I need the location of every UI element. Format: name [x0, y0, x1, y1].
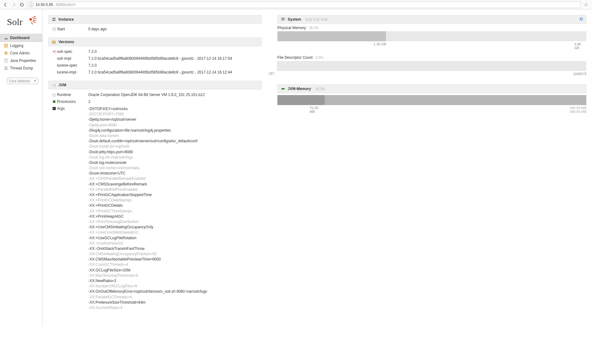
jvm-arg: -XX:+UseConcMarkSweepGC: [88, 230, 259, 235]
address-bar[interactable]: i 10.50.0.85:8080/solr/#/: [27, 1, 581, 8]
url-host: 10.50.0.85: [35, 3, 53, 7]
sidebar-item-thread-dump[interactable]: Thread Dump: [0, 64, 42, 72]
sidebar-item-java-properties[interactable]: Java Properties: [0, 57, 42, 64]
jvm-arg: -XX:PretenureSizeThreshold=64m: [88, 300, 259, 305]
version-value: 7.2.0 bca54cad5a9f6a80800944fd5bd585b68a…: [88, 56, 259, 61]
jvm-arg: -XX:SurvivorRatio=4: [88, 305, 259, 310]
version-value: 7.2.0 bca54cad5a9f6a80800944fd5bd585b68a…: [88, 70, 259, 74]
panel-versions-head: Versions: [48, 38, 262, 46]
jvm-arg: -XX:MaxTenuringThreshold=8: [88, 273, 259, 278]
monitor-icon: [281, 17, 285, 22]
svg-point-16: [53, 51, 54, 52]
jvmmem-bar-fill: [277, 95, 325, 105]
jvm-arg: -Dsolr.solr.home=/var/solr/data: [88, 165, 259, 170]
version-name: solr-spec: [57, 49, 88, 54]
sidebar-item-label: Java Properties: [10, 58, 36, 63]
svg-line-17: [54, 50, 56, 51]
panel-title: System: [288, 17, 301, 22]
sidebar-item-logging[interactable]: Logging: [0, 42, 42, 49]
phys-mem-label: Physical Memory: [277, 26, 306, 30]
panel-system-head: System 0.01 0.01 0.00: [277, 15, 586, 24]
browser-back-button[interactable]: [3, 2, 9, 8]
svg-rect-3: [4, 44, 8, 47]
panel-instance-head: Instance: [48, 15, 262, 24]
book-icon: [4, 43, 8, 48]
page-icon: [4, 58, 8, 63]
sidebar-item-dashboard[interactable]: Dashboard: [0, 34, 42, 42]
arrow-left-icon: [3, 2, 8, 7]
panel-title: Versions: [59, 40, 74, 44]
version-value: 7.2.0: [88, 63, 259, 68]
jvm-arg: -XX:+PrintTenuringDistribution: [88, 219, 259, 224]
fd-pct: 0.0%: [316, 56, 323, 59]
jvm-arg: -XX:-OmitStackTraceInFastThrow: [88, 246, 259, 251]
bookmark-star-icon[interactable]: ☆: [583, 2, 589, 8]
jvm-arg: -DSTOP.KEY=solrrocks: [88, 106, 259, 111]
jvm-arg: -XX:+UseCMSInitiatingOccupancyOnly: [88, 225, 259, 230]
jvm-arg: -Dlog4j.configuration=file:/var/solr/log…: [88, 128, 259, 133]
cup-icon: [51, 93, 57, 97]
phys-mem-bar: [277, 31, 586, 41]
sidebar-item-label: Thread Dump: [10, 66, 33, 70]
jvm-arg: -XX:ConcGCThreads=4: [88, 262, 259, 267]
panel-title: Instance: [59, 17, 74, 22]
version-name: lucene-spec: [57, 63, 88, 68]
jvm-arg: -XX:+ParallelRefProcEnabled: [88, 187, 259, 192]
panel-jvm-head: JVM: [48, 81, 262, 89]
jvm-arg: -XX:+PrintGCApplicationStoppedTime: [88, 192, 259, 197]
jvm-arg: -XX:+PrintGCDateStamps: [88, 198, 259, 203]
svg-rect-20: [53, 100, 55, 103]
core-selector-dropdown[interactable]: Core Selector ▾: [7, 78, 38, 84]
processors-label: Processors: [57, 99, 88, 104]
solr-small-icon: [51, 49, 57, 54]
panel-versions: Versions solr-spec7.2.0solr-impl7.2.0 bc…: [48, 38, 262, 78]
panel-jvm-memory: JVM-Memory 15.3% 75.09 MB 490.69 MB 490.…: [277, 84, 586, 119]
svg-rect-12: [52, 18, 55, 19]
versions-icon: [52, 40, 56, 44]
phys-mem-used: 1.36 GB: [373, 42, 386, 46]
refresh-icon: [579, 17, 584, 21]
panel-jvm: JVM Runtime Oracle Corporation OpenJDK 6…: [48, 81, 262, 313]
panel-title: JVM-Memory: [288, 87, 311, 91]
svg-rect-5: [5, 59, 7, 63]
svg-line-19: [54, 53, 56, 53]
jvm-arg: -XX:CMSMaxAbortablePrecleanTime=6000: [88, 257, 259, 262]
server-icon: [52, 17, 56, 22]
sidebar: Solr Dashboard Logging Core Admin: [0, 9, 42, 326]
site-info-icon[interactable]: i: [29, 3, 33, 7]
url-path: :8080/solr/#/: [55, 3, 76, 7]
svg-text:Solr: Solr: [7, 17, 23, 27]
fd-bar: [277, 61, 586, 71]
arrow-right-icon: [11, 2, 16, 7]
jvmmem-bar: [277, 95, 586, 105]
solr-logo[interactable]: Solr: [0, 15, 42, 34]
version-row: solr-impl7.2.0 bca54cad5a9f6a80800944fd5…: [48, 55, 262, 62]
jvm-arg: -Dsolr.install.dir=/opt/solr: [88, 144, 259, 149]
svg-rect-25: [281, 88, 285, 89]
sidebar-item-label: Logging: [10, 43, 23, 48]
jvm-arg: -XX:NumberOfGCLogFiles=9: [88, 284, 259, 289]
sidebar-item-core-admin[interactable]: Core Admin: [0, 49, 42, 57]
panel-system: System 0.01 0.01 0.00 Physical Memory 35…: [277, 15, 586, 81]
list-icon: [4, 66, 8, 70]
metric-file-descriptors: File Descriptor Count 0.0% 187 1048576: [277, 55, 586, 76]
sidebar-nav: Dashboard Logging Core Admin Java Proper…: [0, 34, 42, 72]
refresh-button[interactable]: [579, 17, 584, 22]
svg-point-1: [29, 18, 32, 21]
dashboard-icon: [4, 36, 8, 40]
sidebar-item-label: Dashboard: [10, 36, 30, 40]
chip-icon: [51, 99, 57, 104]
jvm-arg: -XX:+PrintHeapAtGC: [88, 214, 259, 219]
jvm-arg: -XX:OnOutOfMemoryError=/opt/solr/bin/oom…: [88, 289, 259, 294]
jvm-arg: -Duser.timezone=UTC: [88, 171, 259, 176]
core-selector-label: Core Selector: [9, 79, 30, 83]
jvmmem-committed: 490.69 MB: [570, 106, 586, 110]
phys-mem-pct: 35.2%: [309, 26, 319, 30]
jvm-arg: -XX:+UseGCLogFileRotation: [88, 235, 259, 240]
start-label: Start: [57, 27, 88, 31]
fd-used: 187: [269, 72, 274, 75]
browser-reload-button[interactable]: [19, 2, 25, 8]
runtime-value: Oracle Corporation OpenJDK 64-Bit Server…: [88, 93, 259, 97]
browser-forward-button[interactable]: [11, 2, 17, 8]
runtime-label: Runtime: [57, 93, 88, 97]
